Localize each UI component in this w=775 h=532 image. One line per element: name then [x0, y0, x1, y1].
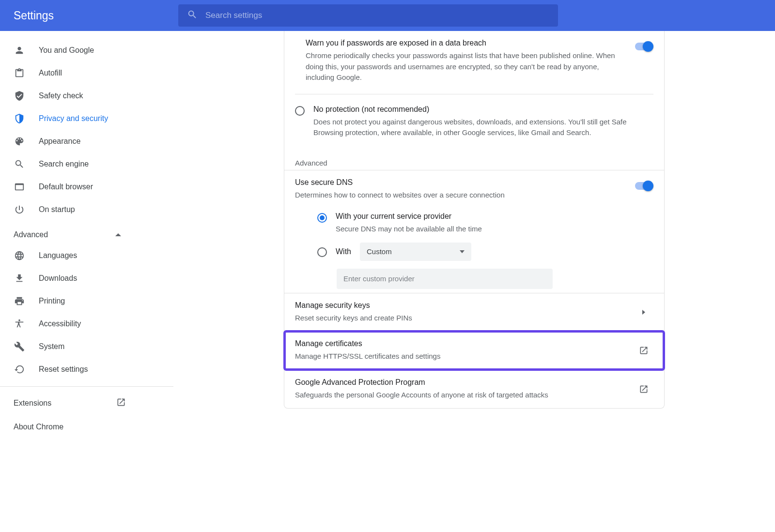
password-breach-toggle[interactable] — [635, 43, 652, 50]
radio-current-provider[interactable] — [317, 213, 327, 223]
power-icon — [14, 204, 25, 215]
dns-option-custom[interactable]: With Custom — [307, 239, 664, 265]
search-icon — [187, 9, 198, 22]
sidebar-item-extensions[interactable]: Extensions — [0, 391, 173, 416]
sidebar-item-label: Privacy and security — [39, 114, 108, 123]
sidebar-item-reset-settings[interactable]: Reset settings — [0, 358, 173, 380]
sidebar-item-label: System — [39, 342, 64, 351]
dropdown-value: Custom — [367, 247, 392, 256]
divider — [295, 94, 653, 94]
sidebar-item-autofill[interactable]: Autofill — [0, 61, 173, 84]
row-desc: Determines how to connect to websites ov… — [295, 190, 625, 201]
search-bar[interactable] — [178, 4, 558, 27]
row-desc: Reset security keys and create PINs — [295, 313, 634, 324]
chevron-right-icon — [642, 310, 645, 315]
sidebar-item-label: Printing — [39, 297, 65, 305]
row-manage-certificates[interactable]: Manage certificates Manage HTTPS/SSL cer… — [284, 331, 664, 370]
clipboard-icon — [14, 67, 25, 79]
row-title: No protection (not recommended) — [313, 105, 653, 114]
chevron-down-icon — [460, 250, 465, 253]
sidebar: You and Google Autofill Safety check Pri… — [0, 31, 173, 438]
with-label: With — [336, 247, 351, 256]
wrench-icon — [14, 341, 25, 352]
chevron-up-icon — [115, 233, 121, 236]
sidebar-item-label: On startup — [39, 205, 75, 214]
sidebar-item-search-engine[interactable]: Search engine — [0, 152, 173, 175]
advanced-section-label: Advanced — [14, 230, 48, 239]
globe-icon — [14, 250, 25, 261]
option-title: With your current service provider — [336, 212, 653, 221]
row-desc: Chrome periodically checks your password… — [306, 50, 625, 83]
row-title: Manage certificates — [295, 339, 634, 348]
option-desc: Secure DNS may not be available all the … — [336, 224, 653, 235]
palette-icon — [14, 136, 25, 147]
sidebar-item-default-browser[interactable]: Default browser — [0, 175, 173, 198]
sidebar-item-accessibility[interactable]: Accessibility — [0, 312, 173, 335]
printer-icon — [14, 295, 25, 307]
row-password-breach: Warn you if passwords are exposed in a d… — [284, 31, 664, 91]
sidebar-item-label: Safety check — [39, 91, 83, 100]
dns-option-current-provider[interactable]: With your current service provider Secur… — [307, 208, 664, 239]
sidebar-item-printing[interactable]: Printing — [0, 289, 173, 312]
row-no-protection[interactable]: No protection (not recommended) Does not… — [284, 97, 664, 146]
radio-custom-provider[interactable] — [317, 247, 327, 257]
sidebar-item-label: Accessibility — [39, 319, 81, 328]
row-manage-security-keys[interactable]: Manage security keys Reset security keys… — [284, 293, 664, 332]
sidebar-item-safety-check[interactable]: Safety check — [0, 84, 173, 107]
row-secure-dns: Use secure DNS Determines how to connect… — [284, 170, 664, 209]
custom-dns-input[interactable] — [337, 269, 553, 289]
main-content: Warn you if passwords are exposed in a d… — [173, 31, 775, 438]
accessibility-icon — [14, 318, 25, 330]
shield-icon — [14, 113, 25, 124]
sidebar-item-label: Reset settings — [39, 365, 88, 374]
divider — [0, 386, 173, 387]
sidebar-advanced-toggle[interactable]: Advanced — [0, 221, 173, 244]
row-desc: Safeguards the personal Google Accounts … — [295, 390, 634, 401]
open-external-icon — [116, 397, 126, 409]
page-title: Settings — [14, 9, 169, 22]
sidebar-item-label: Autofill — [39, 69, 62, 77]
app-header: Settings — [0, 0, 775, 31]
sidebar-item-label: You and Google — [39, 46, 94, 55]
row-desc: Does not protect you against dangerous w… — [313, 117, 653, 138]
row-title: Use secure DNS — [295, 178, 625, 187]
open-external-icon — [634, 346, 653, 355]
sidebar-item-you-and-google[interactable]: You and Google — [0, 39, 173, 61]
row-desc: Manage HTTPS/SSL certificates and settin… — [295, 351, 634, 362]
row-title: Warn you if passwords are exposed in a d… — [306, 39, 625, 47]
reset-icon — [14, 364, 25, 375]
row-title: Manage security keys — [295, 301, 634, 310]
row-title: Google Advanced Protection Program — [295, 378, 634, 387]
shield-check-icon — [14, 90, 25, 102]
sidebar-item-appearance[interactable]: Appearance — [0, 130, 173, 152]
advanced-section-label: Advanced — [284, 146, 664, 170]
search-input[interactable] — [205, 11, 549, 20]
download-icon — [14, 273, 25, 284]
browser-icon — [14, 181, 25, 193]
secure-dns-toggle[interactable] — [635, 182, 652, 190]
extensions-label: Extensions — [14, 399, 51, 408]
dns-provider-dropdown[interactable]: Custom — [360, 243, 471, 261]
sidebar-item-downloads[interactable]: Downloads — [0, 267, 173, 289]
sidebar-item-about-chrome[interactable]: About Chrome — [0, 416, 173, 438]
sidebar-item-label: Default browser — [39, 182, 93, 191]
about-chrome-label: About Chrome — [14, 423, 63, 431]
radio-no-protection[interactable] — [295, 106, 305, 116]
sidebar-item-label: Languages — [39, 251, 77, 260]
row-advanced-protection[interactable]: Google Advanced Protection Program Safeg… — [284, 370, 664, 409]
sidebar-item-label: Downloads — [39, 274, 77, 283]
sidebar-item-on-startup[interactable]: On startup — [0, 198, 173, 221]
sidebar-item-privacy-security[interactable]: Privacy and security — [0, 107, 173, 130]
sidebar-item-languages[interactable]: Languages — [0, 244, 173, 267]
sidebar-item-label: Appearance — [39, 137, 80, 146]
sidebar-item-label: Search engine — [39, 160, 89, 168]
search-icon — [14, 158, 25, 170]
sidebar-item-system[interactable]: System — [0, 335, 173, 358]
open-external-icon — [634, 384, 653, 394]
person-icon — [14, 45, 25, 56]
